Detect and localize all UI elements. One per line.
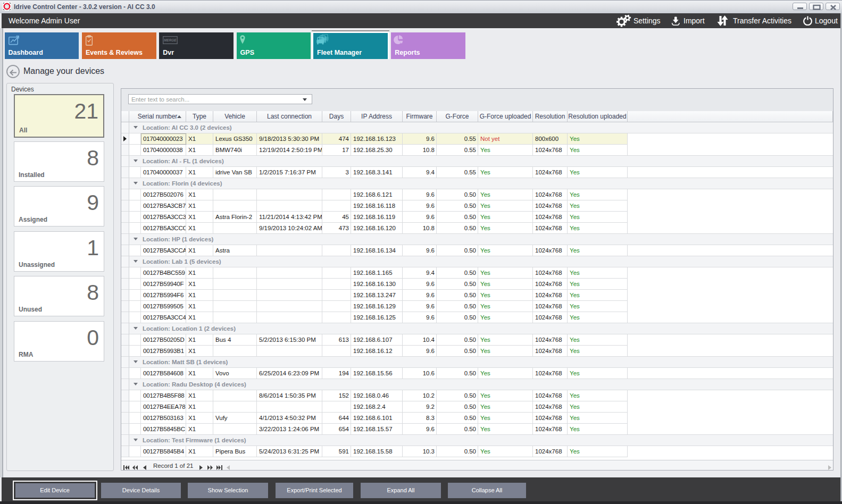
svg-text:MERGE: MERGE xyxy=(164,38,177,42)
